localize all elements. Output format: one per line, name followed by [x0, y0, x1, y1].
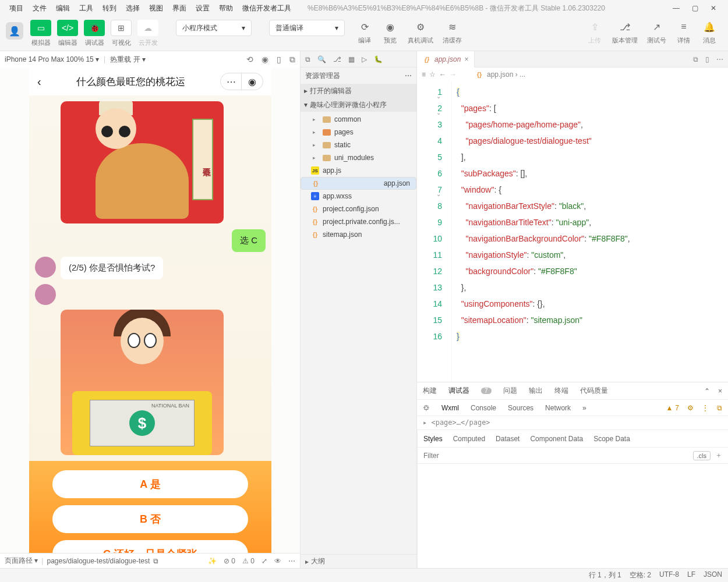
- status-eol[interactable]: LF: [687, 570, 695, 580]
- mode-select[interactable]: 小程序模式▾: [176, 20, 252, 36]
- gutter-toggle-icon[interactable]: ≡: [422, 70, 426, 79]
- hot-reload-toggle[interactable]: 热重载 开 ▾: [110, 55, 146, 65]
- dtab-terminal[interactable]: 终端: [554, 386, 568, 396]
- collapse-icon[interactable]: ⌃: [704, 387, 710, 395]
- upload-icon[interactable]: ⇪: [586, 20, 603, 34]
- warn-icon[interactable]: ▲: [666, 404, 673, 412]
- record-icon[interactable]: ◉: [261, 55, 268, 65]
- testno-icon[interactable]: ↗: [649, 20, 665, 34]
- dsub-console[interactable]: Console: [471, 404, 496, 412]
- nav-back-icon[interactable]: ←: [439, 70, 446, 79]
- styles-tab[interactable]: Styles: [423, 435, 443, 443]
- status-line[interactable]: 行 1，列 1: [589, 570, 621, 580]
- answer-a[interactable]: A 是: [52, 470, 248, 498]
- files-icon[interactable]: ⧉: [305, 55, 310, 63]
- capsule[interactable]: ⋯◉: [220, 73, 263, 90]
- menu-dots-icon[interactable]: ⋯: [221, 73, 242, 90]
- vdots-icon[interactable]: ⋮: [702, 404, 709, 412]
- project-section[interactable]: ▾趣味心理测评微信小程序: [301, 98, 416, 112]
- add-style-icon[interactable]: ＋: [715, 450, 722, 460]
- dev-close-icon[interactable]: ×: [718, 387, 722, 395]
- tree-pages[interactable]: pages: [301, 126, 416, 139]
- dtab-problems[interactable]: 问题: [503, 386, 517, 396]
- visual-button[interactable]: ⊞: [111, 20, 132, 36]
- message-icon[interactable]: 🔔: [701, 20, 718, 34]
- inspect-icon[interactable]: ⯐: [423, 404, 430, 412]
- tree-app-json[interactable]: app.json: [301, 177, 416, 190]
- outline-section[interactable]: ▸大纲: [301, 554, 416, 568]
- tree-app-wxss[interactable]: ≡app.wxss: [301, 190, 416, 203]
- tree-static[interactable]: static: [301, 139, 416, 151]
- code-area[interactable]: 1⌄2⌄34567⌄8910111213141516 { "pages": [ …: [417, 81, 728, 382]
- answer-c[interactable]: C 还好，只是会紧张: [52, 540, 248, 553]
- tree-common[interactable]: common: [301, 113, 416, 126]
- version-icon[interactable]: ⎇: [617, 20, 633, 34]
- dtab-debugger[interactable]: 调试器: [448, 386, 469, 396]
- menu-project[interactable]: 项目: [5, 3, 28, 13]
- dataset-tab[interactable]: Dataset: [496, 435, 520, 443]
- dtab-build[interactable]: 构建: [423, 386, 437, 396]
- menu-ui[interactable]: 界面: [168, 3, 191, 13]
- menu-file[interactable]: 文件: [28, 3, 51, 13]
- menu-edit[interactable]: 编辑: [51, 3, 75, 13]
- computed-tab[interactable]: Computed: [453, 435, 485, 443]
- menu-help[interactable]: 帮助: [214, 3, 238, 13]
- nav-fwd-icon[interactable]: →: [450, 70, 457, 79]
- target-icon[interactable]: ◉: [242, 73, 263, 90]
- run-icon[interactable]: ▷: [362, 55, 367, 63]
- copy-icon[interactable]: ⧉: [289, 55, 295, 65]
- menu-devtool[interactable]: 微信开发者工具: [238, 3, 296, 13]
- dsub-sources[interactable]: Sources: [508, 404, 533, 412]
- tree-uni-modules[interactable]: uni_modules: [301, 151, 416, 164]
- answer-b[interactable]: B 否: [52, 505, 248, 533]
- editor-button[interactable]: </>: [57, 20, 78, 36]
- status-enc[interactable]: UTF-8: [659, 570, 679, 580]
- layout-icon[interactable]: ▯: [705, 55, 709, 63]
- device-icon[interactable]: ▯: [277, 55, 281, 65]
- code-source[interactable]: { "pages": [ "pages/home-page/home-page"…: [452, 81, 728, 382]
- detail-icon[interactable]: ≡: [676, 20, 692, 34]
- cloud-button[interactable]: ☁: [137, 20, 158, 36]
- dock-icon[interactable]: ⧉: [717, 404, 722, 412]
- dsub-more-icon[interactable]: »: [582, 404, 586, 412]
- compdata-tab[interactable]: Component Data: [530, 435, 583, 443]
- breadcrumb[interactable]: app.json › ...: [487, 70, 525, 79]
- menu-view[interactable]: 视图: [144, 3, 168, 13]
- hide-icon[interactable]: 👁: [274, 557, 281, 565]
- status-lang[interactable]: JSON: [704, 570, 722, 580]
- user-avatar[interactable]: 👤: [6, 22, 23, 40]
- simulator-button[interactable]: ▭: [30, 20, 51, 36]
- bug-icon[interactable]: 🐛: [374, 55, 383, 63]
- dsub-wxml[interactable]: Wxml: [441, 404, 459, 412]
- scene-icon[interactable]: ✨: [208, 557, 217, 565]
- close-tab-icon[interactable]: ×: [464, 55, 468, 63]
- split-icon[interactable]: ⧉: [693, 55, 698, 63]
- close-icon[interactable]: ✕: [709, 4, 718, 12]
- maximize-icon[interactable]: ▢: [691, 4, 699, 12]
- preview-icon[interactable]: ◉: [382, 20, 398, 34]
- tree-app-js[interactable]: JSapp.js: [301, 164, 416, 177]
- scopedata-tab[interactable]: Scope Data: [593, 435, 630, 443]
- search-icon[interactable]: 🔍: [317, 55, 326, 63]
- editor-tab-app-json[interactable]: app.json×: [417, 51, 475, 68]
- minimize-icon[interactable]: —: [672, 4, 680, 12]
- device-select[interactable]: iPhone 14 Pro Max 100% 15 ▾: [5, 55, 99, 63]
- tree-sitemap[interactable]: sitemap.json: [301, 228, 416, 241]
- open-editors-section[interactable]: ▸打开的编辑器: [301, 84, 416, 98]
- gear-icon[interactable]: ⚙: [687, 404, 694, 412]
- wxml-tree[interactable]: ▸ <page>…</page>: [417, 416, 728, 430]
- copy-path-icon[interactable]: ⧉: [153, 557, 158, 565]
- debugger-button[interactable]: 🐞: [84, 20, 105, 36]
- refresh-icon[interactable]: ⟲: [246, 55, 253, 65]
- bookmark-icon[interactable]: ☆: [429, 70, 436, 79]
- status-spaces[interactable]: 空格: 2: [630, 570, 651, 580]
- more-icon[interactable]: ⋯: [288, 557, 295, 565]
- ext-icon[interactable]: ▦: [348, 55, 355, 63]
- git-icon[interactable]: ⎇: [333, 55, 341, 63]
- clear-cache-icon[interactable]: ≋: [444, 20, 461, 34]
- dtab-output[interactable]: 输出: [529, 386, 543, 396]
- menu-settings[interactable]: 设置: [191, 3, 214, 13]
- styles-filter-input[interactable]: [423, 452, 690, 460]
- compile-icon[interactable]: ⟳: [356, 20, 373, 34]
- compile-select[interactable]: 普通编译▾: [269, 20, 345, 36]
